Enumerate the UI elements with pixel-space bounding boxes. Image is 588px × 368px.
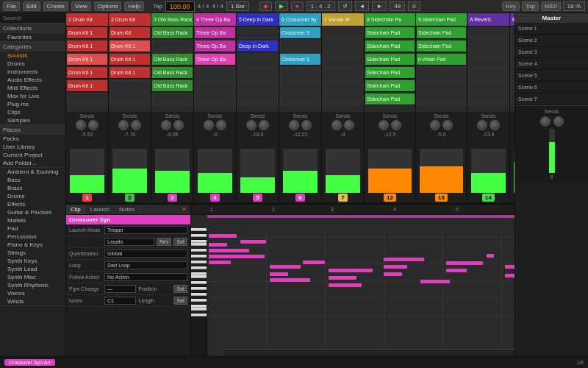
bar-length[interactable]: 1 Bar	[226, 1, 249, 11]
legato-input[interactable]	[104, 238, 154, 246]
clip-6-4[interactable]	[280, 67, 320, 79]
fader-track-a[interactable]	[514, 149, 514, 193]
send-knob-7b[interactable]	[344, 120, 354, 130]
note-9[interactable]	[270, 278, 310, 282]
note-21[interactable]	[505, 265, 514, 269]
clip-3-5[interactable]: Old Bass Rack	[152, 80, 193, 92]
fader-track-3[interactable]	[155, 149, 190, 193]
clip-b-3[interactable]	[511, 54, 514, 66]
clip-4-5[interactable]	[195, 80, 235, 92]
ch-num-2[interactable]: 2	[125, 194, 134, 202]
sidebar-item-drums[interactable]: Drums	[0, 60, 65, 68]
send-knob-4a[interactable]	[204, 120, 214, 130]
track-header-8[interactable]: 8 Sidechain Pa	[365, 13, 416, 26]
fader-track-5[interactable]	[240, 149, 275, 193]
send-knob-7a[interactable]	[331, 120, 342, 130]
note-2[interactable]	[209, 243, 227, 247]
loop-input[interactable]	[104, 261, 187, 269]
options-menu[interactable]: Options	[94, 1, 122, 11]
sound-effects[interactable]: Effects	[0, 200, 65, 208]
sound-bass[interactable]: Bass	[0, 176, 65, 184]
note-grid[interactable]	[207, 228, 514, 368]
ch-num-4[interactable]: 4	[210, 194, 219, 202]
clip-6-2[interactable]	[280, 40, 320, 52]
pgm-change-input[interactable]	[104, 285, 136, 293]
clip-4-4[interactable]	[195, 67, 235, 79]
track-header-6[interactable]: 6 Crossover Sy	[279, 13, 322, 26]
clip-7-6[interactable]	[323, 93, 363, 105]
ch-num-1[interactable]: 1	[82, 194, 91, 202]
send-knob-5a[interactable]	[246, 120, 257, 130]
send-knob-2a[interactable]	[118, 120, 129, 130]
note-12[interactable]	[329, 276, 356, 280]
sidebar-item-packs[interactable]: Packs	[0, 135, 65, 143]
ch-num-5[interactable]: 5	[253, 194, 262, 202]
note-1[interactable]	[209, 234, 237, 238]
clip-3-3[interactable]: Old Bass Rack	[152, 54, 193, 66]
ch-num-7[interactable]: 7	[338, 194, 347, 202]
sidebar-item-max[interactable]: Max for Live	[0, 92, 65, 100]
note-14[interactable]	[384, 258, 424, 261]
clip-a-3[interactable]	[468, 54, 509, 66]
note-22[interactable]	[505, 274, 514, 277]
punch-out[interactable]: ►	[372, 1, 387, 11]
clip-5-3[interactable]	[237, 54, 278, 66]
sound-pad[interactable]: Pad	[0, 224, 65, 233]
tab-launch[interactable]: Launch	[86, 205, 115, 214]
send-knob-5b[interactable]	[259, 120, 269, 130]
length-set-btn[interactable]: Set	[173, 297, 187, 305]
clip-6-5[interactable]	[280, 80, 320, 92]
clip-8-6[interactable]: Sidechain Pad	[365, 93, 415, 105]
send-knob-12a[interactable]	[379, 120, 389, 130]
clip-3-4[interactable]: Old Bass Rack	[152, 67, 193, 79]
note-11[interactable]	[329, 269, 373, 272]
clip-6-3[interactable]: Crossover S	[280, 54, 320, 66]
clip-7-4[interactable]	[323, 67, 363, 79]
collections-header[interactable]: Collections	[0, 24, 65, 33]
track-header-1[interactable]: 1 Drum Kit	[66, 13, 109, 26]
note-13[interactable]	[329, 283, 362, 287]
sidebar-item-audio-effects[interactable]: Audio Effects	[0, 76, 65, 84]
sound-synth-misc[interactable]: Synth Misc	[0, 273, 65, 281]
ch-num-3[interactable]: 3	[168, 194, 176, 202]
sound-synth-lead[interactable]: Synth Lead	[0, 265, 65, 273]
loop-button[interactable]: ↺	[338, 1, 352, 11]
sidebar-item-instruments[interactable]: Instruments	[0, 68, 65, 76]
scene-4[interactable]: Scene 4	[515, 58, 588, 70]
set-btn-1[interactable]: Set	[173, 238, 187, 246]
clip-6-6[interactable]	[280, 93, 320, 105]
clip-8-3[interactable]: Sidechain Pad	[365, 54, 415, 66]
clip-4-6[interactable]	[195, 93, 235, 105]
sidebar-item-plugins[interactable]: Plug-ins	[0, 100, 65, 108]
sound-percussion[interactable]: Percussion	[0, 233, 65, 241]
fader-track-6[interactable]	[283, 149, 318, 193]
clip-1-3[interactable]: Drum Kit 1	[67, 54, 107, 66]
help-menu[interactable]: Help	[124, 1, 143, 11]
clip-8-5[interactable]: Sidechain Pad	[365, 80, 415, 92]
note-4[interactable]	[209, 255, 265, 258]
play-button[interactable]: ▶	[275, 1, 288, 11]
clip-5-6[interactable]	[237, 93, 278, 105]
sound-ambient[interactable]: Ambient & Evolving	[0, 168, 65, 176]
scene-7[interactable]: Scene 7	[515, 93, 588, 105]
clip-2-1[interactable]: Drum Kit	[110, 27, 150, 39]
sound-piano[interactable]: Piano & Keys	[0, 241, 65, 249]
note-3[interactable]	[209, 249, 249, 252]
clip-9-6[interactable]	[417, 93, 466, 105]
clip-b-5[interactable]	[511, 80, 514, 92]
sound-mallets[interactable]: Mallets	[0, 216, 65, 224]
clip-a-2[interactable]	[468, 40, 509, 52]
ch-num-13[interactable]: 13	[435, 194, 448, 202]
fader-track-1[interactable]	[70, 149, 104, 193]
sound-winds[interactable]: Winds	[0, 297, 65, 305]
scene-2[interactable]: Scene 2	[515, 35, 588, 46]
clip-3-2[interactable]	[152, 40, 193, 52]
clip-1-4[interactable]: Drum Kit 1	[67, 67, 107, 79]
punch-in[interactable]: ◄	[355, 1, 370, 11]
track-header-9[interactable]: 9 Sidechain Pad	[416, 13, 467, 26]
scene-3[interactable]: Scene 3	[515, 46, 588, 58]
sound-synth-keys[interactable]: Synth Keys	[0, 257, 65, 265]
note-7[interactable]	[270, 265, 301, 269]
places-header[interactable]: Places	[0, 125, 65, 135]
clip-3-6[interactable]	[152, 93, 193, 105]
